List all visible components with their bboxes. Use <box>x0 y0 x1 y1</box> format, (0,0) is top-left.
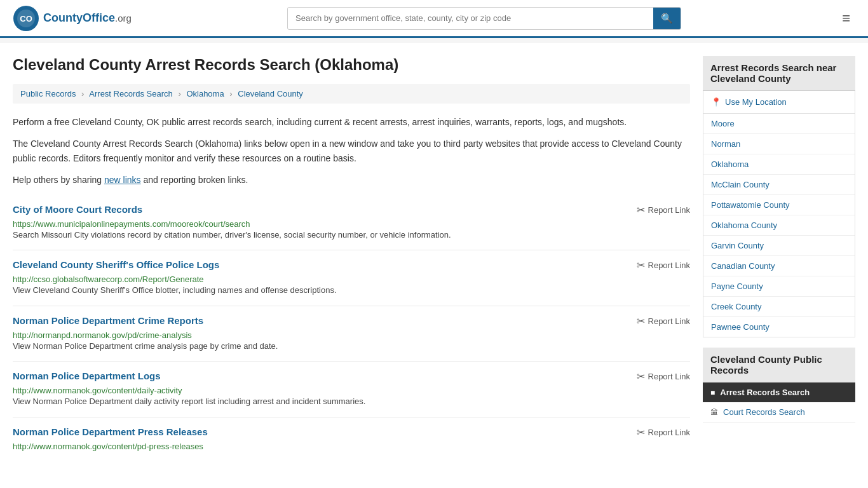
record-entry: Norman Police Department Crime Reports ✂… <box>13 306 690 362</box>
report-icon-3: ✂ <box>637 370 645 383</box>
record-url-0[interactable]: https://www.municipalonlinepayments.com/… <box>13 219 250 229</box>
svg-text:CO: CO <box>20 14 32 24</box>
report-link-label-4: Report Link <box>648 428 690 437</box>
nearby-link-5[interactable]: Oklahoma County <box>703 215 855 235</box>
page-title: Cleveland County Arrest Records Search (… <box>13 56 690 74</box>
report-link-button-4[interactable]: ✂ Report Link <box>637 426 690 438</box>
hamburger-icon: ≡ <box>842 10 850 26</box>
breadcrumb-sep1: › <box>81 89 84 98</box>
report-icon-0: ✂ <box>637 204 645 216</box>
breadcrumb-arrest-records[interactable]: Arrest Records Search <box>89 89 173 98</box>
hamburger-menu-button[interactable]: ≡ <box>837 8 855 29</box>
content-area: Cleveland County Arrest Records Search (… <box>13 56 690 460</box>
list-item: Oklahoma <box>703 154 855 175</box>
logo[interactable]: CO CountyOffice.org <box>13 5 132 32</box>
description-1: Perform a free Cleveland County, OK publ… <box>13 115 690 129</box>
report-link-label-0: Report Link <box>648 205 690 215</box>
record-entry: Norman Police Department Press Releases … <box>13 417 690 460</box>
report-link-label-3: Report Link <box>648 372 690 381</box>
list-item: Pottawatomie County <box>703 195 855 215</box>
inactive-item-label-0: Court Records Search <box>723 407 805 417</box>
record-title-0[interactable]: City of Moore Court Records <box>13 204 142 215</box>
nearby-link-7[interactable]: Canadian County <box>703 256 855 276</box>
nearby-link-8[interactable]: Payne County <box>703 276 855 296</box>
report-link-button-1[interactable]: ✂ Report Link <box>637 259 690 271</box>
record-title-4[interactable]: Norman Police Department Press Releases <box>13 426 208 437</box>
breadcrumb-sep2: › <box>178 89 180 98</box>
breadcrumb-cleveland-county[interactable]: Cleveland County <box>238 89 303 98</box>
list-item: Moore <box>703 114 855 134</box>
record-desc-2: View Norman Police Department crime anal… <box>13 340 690 353</box>
nearby-link-3[interactable]: McClain County <box>703 175 855 194</box>
record-title-1[interactable]: Cleveland County Sheriff's Office Police… <box>13 259 219 270</box>
nearby-link-2[interactable]: Oklahoma <box>703 154 855 174</box>
report-link-button-0[interactable]: ✂ Report Link <box>637 204 690 216</box>
page-header: CO CountyOffice.org 🔍 ≡ <box>0 0 868 38</box>
sidebar-inactive-items: 🏛 Court Records Search <box>703 402 855 423</box>
report-icon-2: ✂ <box>637 315 645 327</box>
nearby-links-list: MooreNormanOklahomaMcClain CountyPottawa… <box>703 114 855 337</box>
nearby-link-10[interactable]: Pawnee County <box>703 317 855 337</box>
logo-text: CountyOffice.org <box>43 11 132 25</box>
nearby-link-1[interactable]: Norman <box>703 134 855 154</box>
sidebar-section-nearby: Arrest Records Search near Cleveland Cou… <box>703 56 855 337</box>
record-entry: City of Moore Court Records ✂ Report Lin… <box>13 195 690 251</box>
record-desc-0: Search Missouri City violations record b… <box>13 229 690 241</box>
report-link-label-1: Report Link <box>648 261 690 270</box>
inactive-item-icon-0: 🏛 <box>710 408 718 417</box>
header-stripe <box>0 38 868 43</box>
description-3: Help others by sharing new links and rep… <box>13 173 690 187</box>
sidebar-active-item[interactable]: ■ Arrest Records Search <box>703 383 855 402</box>
list-item: Garvin County <box>703 236 855 256</box>
report-link-button-3[interactable]: ✂ Report Link <box>637 370 690 383</box>
report-icon-1: ✂ <box>637 259 645 271</box>
list-item: Norman <box>703 134 855 154</box>
list-item: Canadian County <box>703 256 855 276</box>
list-item: Payne County <box>703 276 855 297</box>
search-button[interactable]: 🔍 <box>653 8 681 29</box>
record-url-2[interactable]: http://normanpd.normanok.gov/pd/crime-an… <box>13 330 192 340</box>
breadcrumb-public-records[interactable]: Public Records <box>20 89 76 98</box>
report-link-label-2: Report Link <box>648 316 690 326</box>
sidebar-section1-title: Arrest Records Search near Cleveland Cou… <box>703 56 855 91</box>
search-input[interactable] <box>288 8 653 28</box>
new-links-link[interactable]: new links <box>104 175 141 185</box>
record-title-3[interactable]: Norman Police Department Logs <box>13 370 161 381</box>
records-list: City of Moore Court Records ✂ Report Lin… <box>13 195 690 460</box>
record-desc-1: View Cleveland County Sheriff's Office b… <box>13 284 690 297</box>
list-item: Pawnee County <box>703 317 855 337</box>
search-icon: 🔍 <box>661 13 673 24</box>
list-item: Creek County <box>703 297 855 317</box>
main-container: Cleveland County Arrest Records Search (… <box>0 43 868 473</box>
record-desc-3: View Norman Police Department daily acti… <box>13 395 690 408</box>
report-icon-4: ✂ <box>637 426 645 438</box>
nearby-link-4[interactable]: Pottawatomie County <box>703 195 855 215</box>
record-url-1[interactable]: http://ccso.globalsoftwarecorp.com/Repor… <box>13 274 204 284</box>
description-2: The Cleveland County Arrest Records Sear… <box>13 137 690 165</box>
list-item: Oklahoma County <box>703 215 855 236</box>
sidebar-inactive-item-0[interactable]: 🏛 Court Records Search <box>703 402 855 423</box>
breadcrumb: Public Records › Arrest Records Search ›… <box>13 84 690 104</box>
search-bar: 🔍 <box>287 7 681 30</box>
list-item: McClain County <box>703 175 855 195</box>
location-icon: 📍 <box>711 97 721 107</box>
breadcrumb-oklahoma[interactable]: Oklahoma <box>186 89 224 98</box>
use-my-location[interactable]: 📍 Use My Location <box>703 91 855 114</box>
record-entry: Norman Police Department Logs ✂ Report L… <box>13 362 690 417</box>
sidebar-section2-title: Cleveland County Public Records <box>703 348 855 383</box>
record-entry: Cleveland County Sheriff's Office Police… <box>13 250 690 306</box>
active-item-label: Arrest Records Search <box>720 388 810 397</box>
record-title-2[interactable]: Norman Police Department Crime Reports <box>13 315 203 326</box>
record-url-4[interactable]: http://www.normanok.gov/content/pd-press… <box>13 442 203 451</box>
nearby-link-0[interactable]: Moore <box>703 114 855 133</box>
logo-icon: CO <box>13 5 39 32</box>
sidebar: Arrest Records Search near Cleveland Cou… <box>703 56 855 460</box>
sidebar-section-public-records: Cleveland County Public Records ■ Arrest… <box>703 348 855 423</box>
nearby-link-6[interactable]: Garvin County <box>703 236 855 255</box>
report-link-button-2[interactable]: ✂ Report Link <box>637 315 690 327</box>
breadcrumb-sep3: › <box>229 89 232 98</box>
record-url-3[interactable]: http://www.normanok.gov/content/daily-ac… <box>13 386 182 395</box>
active-item-icon: ■ <box>710 388 715 397</box>
nearby-link-9[interactable]: Creek County <box>703 297 855 316</box>
